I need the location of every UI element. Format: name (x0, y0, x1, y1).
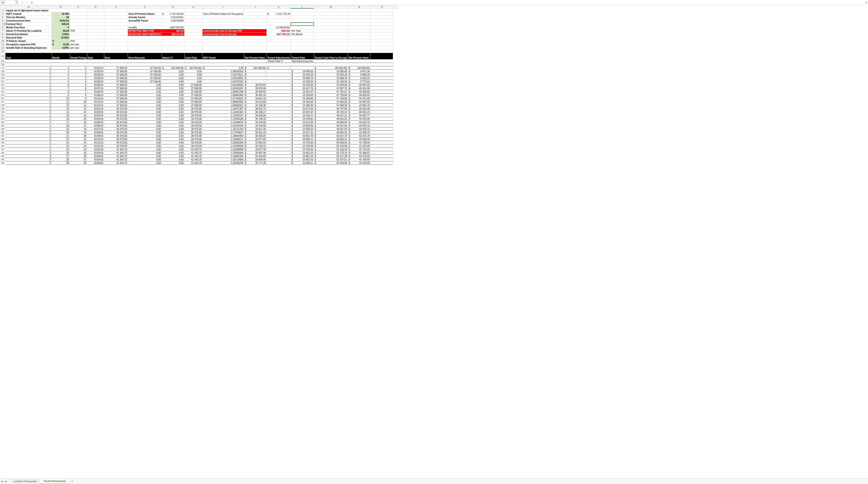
row-header-21[interactable]: 21 (0, 80, 5, 83)
cell[interactable] (184, 12, 202, 16)
cell[interactable]: 39 375,00 (184, 107, 202, 110)
cell[interactable]: 0,00 (162, 151, 184, 154)
row-header-39[interactable]: 39 (0, 141, 5, 144)
cell[interactable]: 37 500,00 (104, 87, 128, 90)
cell[interactable]: 3,607254703 (162, 26, 184, 29)
cell[interactable]: 33 631,19 (244, 131, 267, 134)
cell[interactable]: 1 (5, 97, 52, 100)
cell[interactable]: 10 652,70 (291, 134, 314, 138)
cell[interactable] (128, 59, 162, 63)
cell[interactable] (314, 43, 348, 46)
cell[interactable] (370, 19, 393, 22)
row-header-34[interactable]: 34 (0, 124, 5, 127)
cell[interactable]: 33 319,82 (244, 154, 267, 158)
cell[interactable]: EFFECTIVE RENT PSF (128, 29, 162, 33)
cell[interactable] (370, 33, 393, 36)
cell[interactable]: Occupancy expenses PSF (5, 43, 52, 46)
cell[interactable]: 1,26158199 (202, 161, 244, 165)
row-header-24[interactable]: 24 (0, 90, 5, 93)
cell[interactable] (184, 16, 202, 19)
cell[interactable]: 34 228,35 (244, 104, 267, 107)
cell[interactable]: 01/12/14 (87, 104, 104, 107)
col-header-D[interactable]: D (87, 5, 104, 9)
cell[interactable]: 41 343,75 (184, 151, 202, 154)
cell[interactable]: 20 (70, 134, 87, 138)
col-header-H[interactable]: H (184, 5, 202, 9)
cell[interactable]: Cash Flow (184, 53, 202, 59)
cell[interactable]: 41 443,09 (348, 161, 370, 165)
cell[interactable]: 0,00 (128, 144, 162, 148)
cell[interactable]: 0,00 (162, 134, 184, 138)
col-header-C[interactable]: C (70, 5, 87, 9)
cell[interactable]: 39 375,00 (104, 141, 128, 144)
cell[interactable]: 10 723,83 (291, 141, 314, 144)
cell[interactable] (267, 93, 291, 97)
cell[interactable]: 01/08/14 (87, 90, 104, 93)
row-header-26[interactable]: 26 (0, 97, 5, 100)
cell[interactable]: 47 804,03 (314, 100, 348, 104)
name-box[interactable]: L5 (0, 0, 15, 5)
cell[interactable]: Sum Of Present Values (128, 12, 162, 16)
cell[interactable] (314, 36, 348, 39)
cell[interactable]: 1,07754922 (202, 97, 244, 100)
cell[interactable]: Level Annuity Cost to Occupy (202, 33, 267, 36)
cell[interactable]: 0,00 (162, 77, 184, 80)
cell[interactable] (162, 43, 184, 46)
cell[interactable]: 1,00 (202, 66, 244, 70)
row-header-1[interactable]: 1 (0, 9, 5, 12)
cell[interactable]: 0,00 (128, 114, 162, 117)
cell[interactable] (70, 9, 87, 12)
cell[interactable] (128, 43, 162, 46)
cell[interactable]: 37 500,00 (184, 90, 202, 93)
cell[interactable]: Annuity Factor (128, 16, 162, 19)
cell[interactable]: 10 100,33 (314, 80, 348, 83)
cell[interactable] (348, 9, 370, 12)
row-header-18[interactable]: 18 (0, 70, 5, 73)
cell[interactable]: - (244, 70, 267, 73)
cell[interactable]: -37 500,00 (128, 66, 162, 70)
cell[interactable]: 13 (52, 107, 70, 110)
cell[interactable]: 0,00 (162, 93, 184, 97)
cell[interactable] (267, 46, 291, 50)
cell[interactable] (291, 19, 314, 22)
cell[interactable]: 0,00 (162, 100, 184, 104)
cell[interactable]: 28 (70, 161, 87, 165)
cell[interactable] (267, 110, 291, 114)
cell[interactable]: 33 597,48 (244, 151, 267, 154)
cell[interactable]: 01/01/15 (87, 107, 104, 110)
cell[interactable] (184, 36, 202, 39)
cell[interactable]: 41 343,75 (104, 148, 128, 151)
col-header-K[interactable]: K (267, 5, 291, 9)
cell[interactable]: 1 (52, 66, 70, 70)
cell[interactable] (244, 26, 267, 29)
cell[interactable]: 0,00 (184, 70, 202, 73)
cell[interactable]: 0,00 (128, 134, 162, 138)
cell[interactable]: 5 (52, 80, 70, 83)
cell[interactable]: 41 343,75 (104, 151, 128, 154)
cell[interactable]: 25 (52, 148, 70, 151)
cell[interactable]: 2 (5, 110, 52, 114)
cell[interactable]: Tenant Adjustments (267, 53, 291, 59)
cell[interactable] (128, 36, 162, 39)
cell[interactable]: 0,00 (162, 124, 184, 127)
cell[interactable]: monthly (128, 26, 162, 29)
cell[interactable]: 1,18054483 (202, 134, 244, 138)
cell[interactable]: 1 (5, 93, 52, 97)
cell[interactable]: 16 (52, 117, 70, 121)
cell[interactable]: 39 375,00 (184, 121, 202, 124)
cell[interactable]: 6 (52, 83, 70, 87)
cell[interactable]: 01/03/14 (87, 73, 104, 77)
cell[interactable]: ($47 205,22) (267, 33, 291, 36)
cell[interactable] (70, 22, 87, 26)
cell[interactable]: 49 817,11 (314, 114, 348, 117)
cell[interactable]: 43 025,15 (348, 127, 370, 131)
cell[interactable] (70, 36, 87, 39)
cell[interactable] (370, 46, 393, 50)
cell[interactable]: 0,00 (128, 138, 162, 141)
cell[interactable]: 01/05/16 (87, 161, 104, 165)
cell[interactable]: 0,00 (128, 141, 162, 144)
cell[interactable]: 10 033,33 (291, 73, 314, 77)
cell[interactable]: 01/01/14 (87, 66, 104, 70)
cell[interactable] (370, 70, 393, 73)
cell[interactable]: 1,16111233 (202, 127, 244, 131)
